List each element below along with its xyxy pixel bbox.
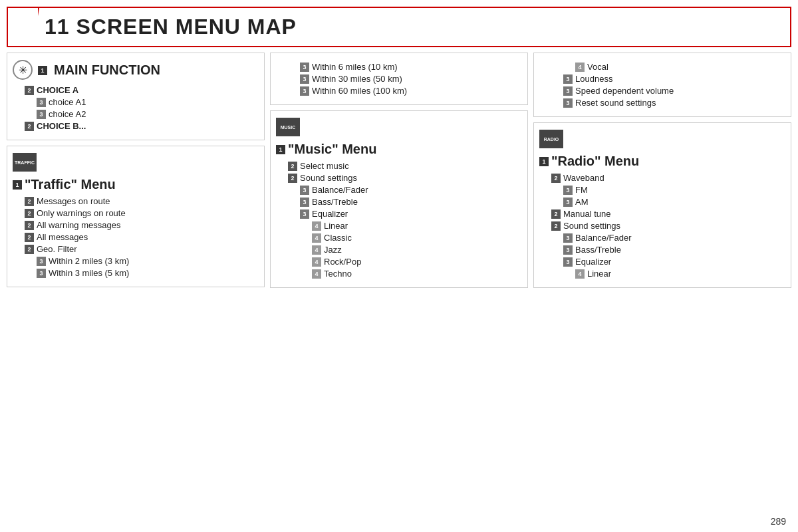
list-item: 3 Reset sound settings: [539, 98, 784, 108]
list-item: 2 Only warnings on route: [13, 208, 257, 218]
level-badge-2: 2: [288, 174, 297, 183]
item-label: Equalizer: [312, 209, 348, 219]
list-item: 4 Linear: [539, 269, 784, 279]
list-item: 2 All warning messages: [13, 220, 257, 230]
list-item: 3 Equalizer: [539, 257, 784, 267]
list-item: 3 Within 60 miles (100 km): [276, 86, 521, 96]
list-item: 3 Loudness: [539, 74, 784, 84]
music-menu-panel: MUSIC 1 "Music" Menu 2 Select music 2 So…: [270, 110, 528, 288]
item-label: FM: [575, 185, 588, 195]
item-label: Loudness: [575, 74, 612, 84]
level-badge-4: 4: [312, 245, 321, 255]
list-item: 3 Balance/Fader: [276, 185, 521, 195]
item-label: Speed dependent volume: [575, 86, 674, 96]
level-badge-2: 2: [25, 209, 34, 218]
level-badge-3: 3: [563, 74, 573, 84]
item-label: AM: [575, 197, 589, 207]
music-icon: MUSIC: [276, 118, 300, 136]
column-1: ✳ 1 MAIN FUNCTION 2 CHOICE A 3 choice A1…: [7, 53, 265, 525]
list-item: 3 FM: [539, 185, 784, 195]
list-item: 3 Bass/Treble: [276, 197, 521, 207]
list-item: 4 Vocal: [539, 62, 784, 72]
item-label: Manual tune: [563, 209, 611, 219]
list-item: 4 Linear: [276, 221, 521, 231]
level-badge-3: 3: [300, 209, 309, 219]
level-badge-2: 2: [288, 162, 297, 171]
page-number: 289: [771, 516, 786, 527]
level-badge-3: 3: [300, 186, 309, 195]
item-label: Sound settings: [300, 173, 357, 183]
level-badge-3: 3: [563, 245, 573, 255]
page-title: 11 SCREEN MENU MAP: [45, 15, 297, 39]
music-header: MUSIC: [276, 118, 521, 136]
list-item: 2 Sound settings: [276, 173, 521, 183]
list-item: 2 CHOICE B...: [13, 121, 257, 131]
level-badge-3: 3: [563, 98, 573, 108]
level-badge-3: 3: [37, 98, 46, 107]
list-item: 3 Within 6 miles (10 km): [276, 62, 521, 72]
level-badge-3: 3: [300, 63, 309, 72]
traffic-icon: TRAFFIC: [13, 153, 37, 172]
level-badge-4: 4: [312, 221, 321, 231]
item-label: Within 6 miles (10 km): [312, 62, 398, 72]
level-badge-3: 3: [563, 257, 573, 267]
list-item: 2 Manual tune: [539, 209, 784, 219]
item-label: Waveband: [563, 173, 604, 183]
badge-wrapper: 1: [38, 65, 50, 75]
item-label: Reset sound settings: [575, 98, 656, 108]
radio-menu-title-row: 1 "Radio" Menu: [539, 154, 784, 169]
list-item: 3 Within 30 miles (50 km): [276, 74, 521, 84]
level-badge-4: 4: [312, 257, 321, 267]
level-badge-1: 1: [38, 66, 47, 75]
music-menu-title-row: 1 "Music" Menu: [276, 142, 521, 157]
level-badge-4: 4: [575, 63, 585, 72]
sound-panel: 4 Vocal 3 Loudness 3 Speed dependent vol…: [533, 53, 791, 117]
list-item: 3 Within 3 miles (5 km): [13, 268, 257, 278]
main-function-title: MAIN FUNCTION: [54, 63, 160, 78]
radio-menu-panel: RADIO 1 "Radio" Menu 2 Waveband 3 FM 3 A…: [533, 122, 791, 288]
list-item: 2 Select music: [276, 161, 521, 171]
level-badge-2: 2: [551, 221, 561, 231]
level-badge-2: 2: [551, 209, 561, 219]
level-badge-2: 2: [551, 174, 561, 183]
item-label: Bass/Treble: [312, 197, 358, 207]
item-label: All warning messages: [37, 220, 120, 230]
item-label: Only warnings on route: [37, 208, 126, 218]
list-item: 2 Messages on route: [13, 196, 257, 206]
level-badge-2: 2: [25, 233, 34, 242]
level-badge-2: 2: [25, 86, 34, 95]
main-function-panel: ✳ 1 MAIN FUNCTION 2 CHOICE A 3 choice A1…: [7, 53, 265, 140]
list-item: 3 Equalizer: [276, 209, 521, 219]
item-label: Techno: [324, 269, 352, 279]
level-badge-3: 3: [37, 257, 46, 266]
radio-icon: RADIO: [539, 130, 563, 148]
level-badge-1: 1: [539, 157, 549, 166]
column-2: 3 Within 6 miles (10 km) 3 Within 30 mil…: [270, 53, 528, 525]
column-3: 4 Vocal 3 Loudness 3 Speed dependent vol…: [533, 53, 791, 525]
item-label: Within 60 miles (100 km): [312, 86, 407, 96]
item-label: Vocal: [587, 62, 608, 72]
level-badge-4: 4: [312, 233, 321, 243]
page-header: 11 SCREEN MENU MAP: [7, 7, 791, 47]
list-item: 4 Rock/Pop: [276, 257, 521, 267]
list-item: 4 Classic: [276, 233, 521, 243]
item-label: Select music: [300, 161, 349, 171]
level-badge-4: 4: [575, 269, 585, 279]
level-badge-3: 3: [300, 86, 309, 96]
traffic-menu-title: "Traffic" Menu: [25, 177, 116, 192]
distance-panel: 3 Within 6 miles (10 km) 3 Within 30 mil…: [270, 53, 528, 105]
list-item: 2 All messages: [13, 232, 257, 242]
traffic-menu-panel: TRAFFIC 1 "Traffic" Menu 2 Messages on r…: [7, 146, 265, 287]
list-item: 3 Within 2 miles (3 km): [13, 256, 257, 266]
level-badge-3: 3: [563, 186, 573, 195]
radio-menu-title: "Radio" Menu: [551, 154, 639, 169]
item-label: Within 2 miles (3 km): [49, 256, 129, 266]
item-label: CHOICE A: [37, 85, 78, 95]
level-badge-3: 3: [37, 110, 46, 119]
radio-header: RADIO: [539, 130, 784, 148]
level-badge-2: 2: [25, 122, 34, 131]
item-label: Messages on route: [37, 196, 110, 206]
list-item: 2 CHOICE A: [13, 85, 257, 95]
item-label: CHOICE B...: [37, 121, 86, 131]
item-label: All messages: [37, 232, 88, 242]
